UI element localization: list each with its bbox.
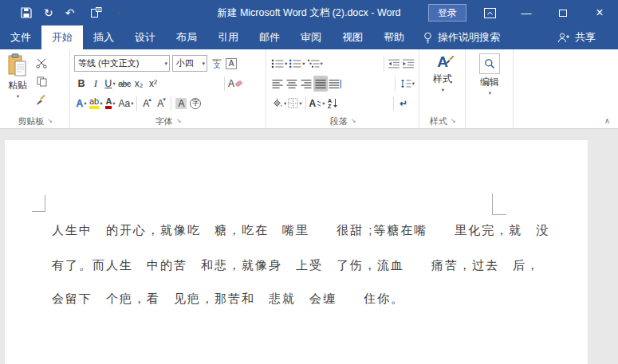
tab-mailings[interactable]: 邮件 xyxy=(249,25,290,49)
multilevel-list-button[interactable]: ▾ xyxy=(306,56,324,72)
decrease-indent-button[interactable] xyxy=(387,56,401,72)
asian-layout-button[interactable]: A ▾ xyxy=(309,96,326,112)
touch-mouse-mode-button[interactable] xyxy=(90,7,102,18)
align-center-button[interactable] xyxy=(285,76,299,92)
grow-font-button[interactable]: A ▴ xyxy=(140,96,154,112)
align-right-button[interactable] xyxy=(299,76,313,92)
font-dialog-launcher[interactable]: ↘ xyxy=(176,118,182,124)
align-left-button[interactable] xyxy=(270,76,285,92)
clipboard-body: 粘贴 ▾ xyxy=(4,53,66,114)
distribute-icon xyxy=(329,79,341,88)
quick-access-toolbar: ↻ ↶ ▾ ▾ xyxy=(0,6,120,19)
font-name-caret[interactable]: ▾ xyxy=(164,61,167,67)
styles-button[interactable]: A 样式 ▾ xyxy=(430,53,455,94)
chevron-down-icon: ▾ xyxy=(116,10,119,17)
word-window: ↻ ↶ ▾ ▾ 新建 Microsoft Word 文档 (2).docx - … xyxy=(0,0,618,364)
redo-button[interactable]: ↻ xyxy=(44,6,53,19)
tab-references[interactable]: 引用 xyxy=(207,25,249,49)
document-text-line[interactable]: 会留下 个疤，看 见疤，那苦和 悲就 会缠 住你。 xyxy=(52,292,404,307)
line-spacing-button[interactable]: ▾ xyxy=(398,76,415,92)
borders-button[interactable]: ▾ xyxy=(287,96,302,112)
shading-button[interactable]: ▾ xyxy=(270,96,287,112)
save-button[interactable] xyxy=(21,7,32,18)
subscript-button[interactable]: x₂ xyxy=(132,76,146,92)
numbered-list-icon xyxy=(289,59,301,68)
font-color-icon: A xyxy=(105,97,112,109)
editing-label-text: 编辑 xyxy=(480,76,499,89)
find-magnifier-icon xyxy=(484,58,495,69)
font-name-combobox[interactable]: 等线 (中文正文) ▾ xyxy=(74,55,170,72)
collapse-ribbon-button[interactable]: ∧ xyxy=(604,116,610,125)
paragraph-dialog-launcher[interactable]: ↘ xyxy=(351,118,356,124)
text-highlight-button[interactable]: ab ▾ xyxy=(89,96,104,112)
editing-button[interactable]: 编辑 ▾ xyxy=(476,53,503,97)
character-border-button[interactable]: A xyxy=(224,56,238,72)
sort-button[interactable]: A Z xyxy=(325,96,340,112)
document-text-line[interactable]: 有了。而人生 中的苦 和悲，就像身 上受 了伤，流血 痛苦，过去 后， xyxy=(52,258,540,273)
increase-indent-button[interactable] xyxy=(401,56,415,72)
show-hide-marks-button[interactable]: ↵ xyxy=(396,96,411,112)
document-text-line[interactable]: 人生中 的开心，就像吃 糖，吃在 嘴里 很甜 ;等糖在嘴 里化完，就 没 xyxy=(52,223,549,238)
tab-file[interactable]: 文件 xyxy=(0,25,41,49)
change-case-icon: Aa xyxy=(119,98,131,109)
superscript-button[interactable]: x² xyxy=(146,76,160,92)
separator xyxy=(171,96,171,111)
undo-dropdown-caret[interactable]: ▾ xyxy=(76,10,78,16)
document-page[interactable]: 人生中 的开心，就像吃 糖，吃在 嘴里 很甜 ;等糖在嘴 里化完，就 没 有了。… xyxy=(5,140,588,364)
character-shading-button[interactable]: A xyxy=(174,96,188,112)
separator xyxy=(305,96,306,111)
minimize-button[interactable]: — xyxy=(508,0,545,25)
align-center-icon xyxy=(286,79,297,88)
enclose-characters-button[interactable]: 字 xyxy=(188,96,203,112)
font-size-caret[interactable]: ▾ xyxy=(202,61,205,67)
underline-button[interactable]: U ▾ xyxy=(103,76,117,92)
styles-brush-icon xyxy=(446,56,455,65)
text-effects-button[interactable]: A ▾ xyxy=(74,96,89,112)
tab-home[interactable]: 开始 xyxy=(41,25,83,49)
tab-design[interactable]: 设计 xyxy=(124,25,166,49)
customize-qat-button[interactable]: ▾ xyxy=(114,10,119,17)
styles-dialog-launcher[interactable]: ↘ xyxy=(451,118,456,124)
copy-button[interactable] xyxy=(34,73,49,89)
maximize-button[interactable] xyxy=(545,0,581,25)
tab-layout[interactable]: 布局 xyxy=(166,25,207,49)
bold-button[interactable]: B xyxy=(74,76,89,92)
paragraph-rows: ▾ ▾ ▾ xyxy=(270,53,415,114)
decrease-indent-icon xyxy=(388,59,400,68)
justify-button[interactable] xyxy=(313,76,328,92)
underline-caret[interactable]: ▾ xyxy=(112,80,115,87)
phonetic-guide-button[interactable]: wén 文 xyxy=(210,56,224,72)
numbering-button[interactable]: ▾ xyxy=(288,56,305,72)
change-case-button[interactable]: Aa ▾ xyxy=(118,96,135,112)
undo-button[interactable]: ↶ ▾ xyxy=(65,6,79,19)
cut-button[interactable] xyxy=(34,55,49,71)
tab-view[interactable]: 视图 xyxy=(332,25,373,49)
share-button[interactable]: 共享 xyxy=(557,25,618,49)
paste-dropdown-caret[interactable]: ▾ xyxy=(17,93,19,100)
format-painter-button[interactable] xyxy=(34,92,49,108)
tab-review[interactable]: 审阅 xyxy=(290,25,332,49)
styles-label-text: 样式 xyxy=(433,72,452,86)
tab-insert[interactable]: 插入 xyxy=(83,25,124,49)
clear-formatting-button[interactable]: A xyxy=(227,76,243,92)
tell-me-search[interactable]: 操作说明搜索 xyxy=(415,25,508,49)
bullets-button[interactable]: ▾ xyxy=(270,56,288,72)
strikethrough-button[interactable]: abc xyxy=(117,76,132,92)
share-person-icon xyxy=(557,33,570,43)
eraser-icon xyxy=(235,80,242,87)
font-color-button[interactable]: A ▾ xyxy=(104,96,118,112)
distribute-button[interactable] xyxy=(328,76,342,92)
font-size-combobox[interactable]: 小四 ▾ xyxy=(172,55,207,72)
sign-in-button[interactable]: 登录 xyxy=(428,4,466,22)
text-effects-icon: A xyxy=(77,98,84,109)
ribbon-display-options-button[interactable] xyxy=(471,0,508,25)
close-button[interactable]: × xyxy=(581,0,618,25)
clipboard-dialog-launcher[interactable]: ↘ xyxy=(47,118,53,124)
paragraph-row-3: ▾ ▾ A ▾ xyxy=(270,92,415,114)
shrink-font-button[interactable]: A ▾ xyxy=(154,96,168,112)
paste-button[interactable]: 粘贴 ▾ xyxy=(4,53,31,114)
tab-help[interactable]: 帮助 xyxy=(373,25,415,49)
editing-group-label xyxy=(470,114,510,128)
group-paragraph: ▾ ▾ ▾ xyxy=(266,49,419,128)
italic-button[interactable]: I xyxy=(89,76,103,92)
